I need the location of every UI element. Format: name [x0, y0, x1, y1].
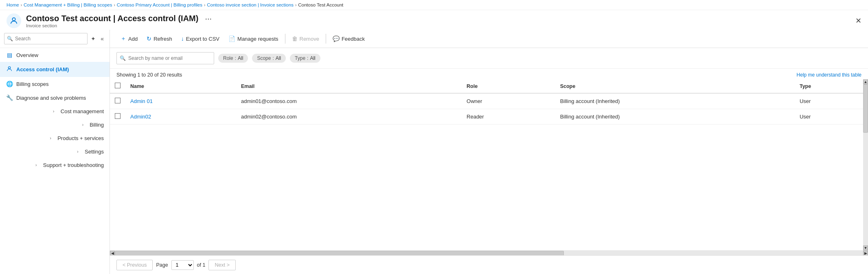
iam-icon [6, 66, 13, 73]
select-all-checkbox[interactable] [115, 83, 121, 88]
user-name-link[interactable]: Admin 01 [130, 98, 153, 104]
sidebar-item-cost-management[interactable]: › Cost management [0, 105, 110, 118]
sidebar-item-overview[interactable]: ▤ Overview [0, 48, 110, 62]
sidebar-item-diagnose[interactable]: 🔧 Diagnose and solve problems [0, 91, 110, 105]
iam-table: Name Email Role Scope Type Admin 01 admi… [110, 79, 868, 125]
breadcrumb: Home › Cost Management + Billing | Billi… [0, 0, 868, 10]
sidebar-collapse-button[interactable]: « [99, 35, 105, 43]
results-info: Showing 1 to 20 of 20 results Help me un… [110, 69, 868, 79]
breadcrumb-sep-3: › [204, 3, 205, 7]
col-scope: Scope [555, 79, 795, 93]
sidebar-search-row: 🔍 ✦ « [0, 30, 110, 48]
page-menu-dots[interactable]: ··· [205, 14, 212, 23]
cell-type: User [795, 109, 868, 125]
billing-scopes-icon: 🌐 [6, 81, 13, 87]
chevron-right-icon: › [33, 163, 40, 167]
chevron-right-icon: › [74, 149, 81, 154]
manage-button[interactable]: 📄 Manage requests [224, 33, 282, 44]
row-checkbox[interactable] [115, 113, 121, 119]
scope-filter-pill[interactable]: Scope : All [252, 54, 286, 63]
row-checkbox-cell[interactable] [110, 109, 125, 125]
hscroll-left-button[interactable]: ◀ [110, 251, 115, 256]
sidebar-item-products[interactable]: › Products + services [0, 132, 110, 145]
add-icon: ＋ [121, 35, 126, 42]
breadcrumb-sep-2: › [114, 3, 115, 7]
vscroll-up-button[interactable]: ▲ [863, 79, 868, 84]
vscroll-thumb[interactable] [863, 84, 868, 133]
filter-search-input[interactable] [116, 52, 214, 64]
feedback-button[interactable]: 💬 Feedback [329, 33, 369, 44]
table-area: Showing 1 to 20 of 20 results Help me un… [110, 69, 868, 255]
manage-icon: 📄 [228, 35, 235, 42]
sidebar-item-support[interactable]: › Support + troubleshooting [0, 158, 110, 172]
breadcrumb-sep-4: › [295, 3, 296, 7]
cell-name: Admin 01 [125, 93, 236, 109]
hscroll-track[interactable] [115, 251, 863, 256]
hscroll-right-button[interactable]: ▶ [863, 251, 868, 256]
chevron-right-icon: › [79, 123, 86, 127]
page-header: Contoso Test account | Access control (I… [0, 10, 868, 30]
cell-role: Owner [462, 93, 555, 109]
cell-scope: Billing account (Inherited) [555, 109, 795, 125]
sidebar-item-label: Billing scopes [16, 81, 49, 87]
results-count: Showing 1 to 20 of 20 results [116, 72, 182, 78]
help-link[interactable]: Help me understand this table [797, 72, 861, 78]
cell-role: Reader [462, 109, 555, 125]
manage-label: Manage requests [237, 36, 278, 42]
remove-button[interactable]: 🗑 Remove [288, 33, 323, 44]
sidebar-item-settings[interactable]: › Settings [0, 145, 110, 158]
sidebar-item-billing[interactable]: › Billing [0, 118, 110, 132]
sidebar-search-input[interactable] [4, 33, 88, 44]
content-area: ＋ Add ↻ Refresh ↓ Export to CSV 📄 Manage… [110, 30, 868, 274]
col-email: Email [236, 79, 462, 93]
cell-email: admin02@contoso.com [236, 109, 462, 125]
sidebar-item-label: Diagnose and solve problems [16, 95, 86, 101]
page-label: Page [156, 262, 168, 268]
role-pill-colon: : [235, 55, 236, 61]
user-name-link[interactable]: Admin02 [130, 114, 151, 120]
role-filter-pill[interactable]: Role : All [218, 54, 248, 63]
sidebar-item-billing-scopes[interactable]: 🌐 Billing scopes [0, 77, 110, 91]
vertical-scrollbar[interactable]: ▲ ▼ [863, 79, 868, 250]
chevron-right-icon: › [50, 109, 57, 114]
add-label: Add [128, 36, 138, 42]
page-select[interactable]: 1 [171, 260, 194, 270]
sidebar-item-iam[interactable]: Access control (IAM) [0, 62, 110, 77]
table-row: Admin 01 admin01@contoso.com Owner Billi… [110, 93, 868, 109]
vscroll-down-button[interactable]: ▼ [863, 246, 868, 250]
sidebar-item-label: Overview [16, 52, 38, 58]
breadcrumb-billing[interactable]: Cost Management + Billing | Billing scop… [24, 2, 112, 7]
select-all-header[interactable] [110, 79, 125, 93]
table-header-row: Name Email Role Scope Type [110, 79, 868, 93]
cell-scope: Billing account (Inherited) [555, 93, 795, 109]
breadcrumb-current: Contoso Test Account [298, 2, 343, 7]
svg-point-0 [12, 18, 15, 21]
remove-label: Remove [300, 36, 319, 42]
type-filter-pill[interactable]: Type : All [290, 54, 320, 63]
pagination: < Previous Page 1 of 1 Next > [110, 255, 868, 274]
breadcrumb-home[interactable]: Home [7, 2, 19, 7]
col-name: Name [125, 79, 236, 93]
cell-email: admin01@contoso.com [236, 93, 462, 109]
sidebar-item-label: Billing [90, 122, 104, 128]
diagnose-icon: 🔧 [6, 94, 13, 101]
export-button[interactable]: ↓ Export to CSV [177, 33, 224, 44]
close-button[interactable]: ✕ [855, 16, 861, 25]
sidebar-star-button[interactable]: ✦ [89, 35, 97, 43]
vscroll-track[interactable] [863, 84, 868, 246]
breadcrumb-primary[interactable]: Contoso Primary Account | Billing profil… [117, 2, 202, 7]
previous-button[interactable]: < Previous [116, 260, 153, 270]
horizontal-scrollbar[interactable]: ◀ ▶ [110, 250, 868, 255]
toolbar: ＋ Add ↻ Refresh ↓ Export to CSV 📄 Manage… [110, 30, 868, 48]
breadcrumb-invoice[interactable]: Contoso invoice section | Invoice sectio… [207, 2, 294, 7]
row-checkbox[interactable] [115, 98, 121, 103]
hscroll-thumb[interactable] [115, 251, 564, 256]
next-button[interactable]: Next > [208, 260, 235, 270]
page-icon [7, 13, 21, 28]
refresh-label: Refresh [153, 36, 172, 42]
row-checkbox-cell[interactable] [110, 93, 125, 109]
refresh-button[interactable]: ↻ Refresh [142, 33, 176, 44]
refresh-icon: ↻ [147, 35, 151, 42]
add-button[interactable]: ＋ Add [116, 33, 142, 44]
sidebar-item-label: Products + services [57, 135, 104, 141]
